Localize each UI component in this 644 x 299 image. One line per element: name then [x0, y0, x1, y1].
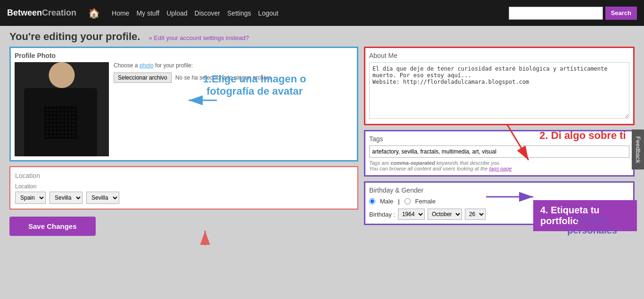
photo-link[interactable]: photo	[140, 62, 154, 69]
right-column: About Me El día que deje de tener curios…	[364, 47, 635, 236]
home-icon[interactable]: 🏠	[88, 8, 100, 19]
heading-text: You're editing your profile.	[9, 31, 140, 42]
profile-photo-box: Profile Photo Choose a photo f	[9, 47, 358, 162]
photo-inner: Choose a photo for your profile: Selecci…	[15, 62, 353, 156]
photo-right: Choose a photo for your profile: Selecci…	[114, 62, 353, 83]
gender-female-radio[interactable]	[405, 198, 411, 204]
file-input-row: Seleccionar archivo No se ha seleccionad…	[114, 73, 353, 83]
location-label: Location	[15, 183, 353, 190]
gender-row: Male | Female	[369, 198, 629, 205]
birth-month-select[interactable]: October	[428, 209, 462, 220]
save-changes-button[interactable]: Save Changes	[9, 217, 96, 236]
nav-links: Home My stuff Upload Discover Settings L…	[112, 9, 278, 17]
nav-mystuff[interactable]: My stuff	[136, 9, 159, 17]
main-layout: Profile Photo Choose a photo f	[9, 47, 635, 236]
left-column: Profile Photo Choose a photo f	[9, 47, 358, 236]
nav-logout[interactable]: Logout	[258, 9, 279, 17]
location-title: Location	[15, 172, 353, 179]
nav-settings[interactable]: Settings	[227, 9, 251, 17]
birthday-gender-box: Birthday & Gender Male | Female Birthday…	[364, 181, 635, 225]
file-select-button[interactable]: Seleccionar archivo	[114, 73, 172, 83]
birthday-gender-title: Birthday & Gender	[369, 186, 629, 194]
edit-account-link[interactable]: » Edit your account settings instead?	[149, 34, 249, 41]
tags-help: Tags are comma-separated keywords that d…	[369, 160, 629, 171]
birth-day-select[interactable]: 26	[465, 209, 486, 220]
search-input[interactable]	[509, 7, 603, 20]
tags-box: Tags Tags are comma-separated keywords t…	[364, 130, 635, 177]
nav-discover[interactable]: Discover	[195, 9, 220, 17]
navbar: BetweenCreation 🏠 Home My stuff Upload D…	[0, 0, 644, 26]
location-selects: Spain Sevilla Sevilla	[15, 192, 353, 204]
location-box: Location Location Spain Sevilla Sevilla	[9, 166, 358, 210]
logo: BetweenCreation	[7, 8, 76, 18]
tags-input[interactable]	[369, 145, 629, 158]
nav-home[interactable]: Home	[112, 9, 129, 17]
about-textarea[interactable]: El día que deje de tener curiosidad esta…	[369, 62, 629, 119]
logo-creation: Creation	[42, 8, 76, 17]
about-title: About Me	[369, 52, 629, 59]
birthday-label: Birthday :	[369, 211, 395, 218]
about-box: About Me El día que deje de tener curios…	[364, 47, 635, 125]
region-select[interactable]: Sevilla	[50, 192, 83, 204]
city-select[interactable]: Sevilla	[86, 192, 119, 204]
gender-male-label: Male	[380, 198, 393, 205]
profile-photo-title: Profile Photo	[15, 52, 353, 59]
file-no-file-text: No se ha seleccionado ningun archivo	[175, 74, 271, 81]
choose-photo-text: Choose a photo for your profile:	[114, 62, 353, 69]
tags-title: Tags	[369, 135, 629, 143]
nav-right: Search	[509, 7, 637, 20]
birthday-row: Birthday : 1964 October 26	[369, 209, 629, 220]
search-button[interactable]: Search	[605, 7, 637, 20]
gender-female-label: Female	[415, 198, 436, 205]
tags-page-link[interactable]: tags page	[489, 166, 512, 171]
country-select[interactable]: Spain	[15, 192, 46, 204]
page-heading: You're editing your profile. » Edit your…	[9, 31, 635, 43]
feedback-tab[interactable]: Feedback	[632, 129, 644, 170]
photo-preview	[15, 62, 109, 156]
nav-upload[interactable]: Upload	[166, 9, 187, 17]
birth-year-select[interactable]: 1964	[398, 209, 425, 220]
page: You're editing your profile. » Edit your…	[0, 26, 644, 245]
logo-between: Between	[7, 8, 42, 17]
gender-male-radio[interactable]	[369, 198, 375, 204]
